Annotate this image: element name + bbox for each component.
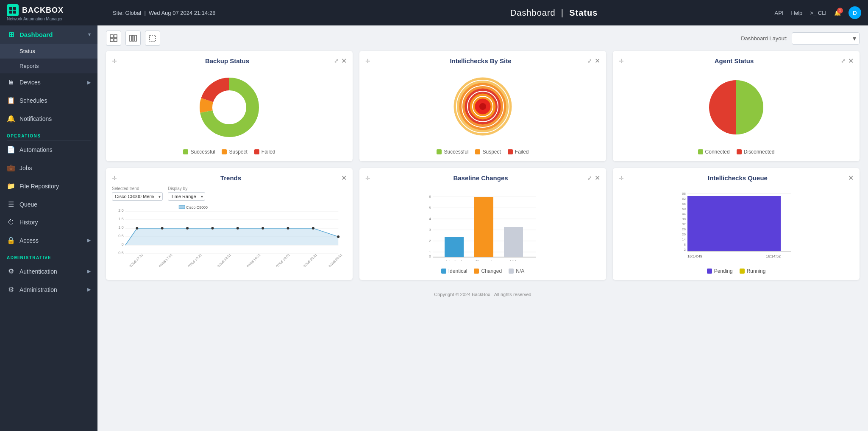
intellichecks-close-btn[interactable]: ✕: [595, 57, 600, 65]
sidebar-item-dashboard[interactable]: ⊞ Dashboard ▾: [0, 25, 97, 44]
backup-close-btn[interactable]: ✕: [341, 57, 347, 65]
baseline-title: Baseline Changes: [374, 174, 587, 182]
trends-drag-handle[interactable]: ✛: [112, 175, 117, 182]
layout-select[interactable]: [792, 32, 860, 45]
intellichecks-legend: Successful Suspect Failed: [365, 149, 600, 155]
logo-area: BACKBOX Network Automation Manager: [7, 4, 104, 21]
svg-text:62: 62: [682, 197, 686, 201]
administration-label: Administration: [19, 286, 57, 293]
sidebar-item-administration[interactable]: ⚙ Administration ▶: [0, 280, 97, 299]
help-link[interactable]: Help: [791, 10, 803, 16]
svg-text:38: 38: [682, 217, 686, 221]
widget-trends: ✛ Trends ✕ Selected trend Cisco C8000 Me…: [106, 168, 353, 280]
svg-rect-1: [13, 7, 16, 10]
sidebar-item-authentication[interactable]: ⚙ Authentication ▶: [0, 262, 97, 280]
layout-select-wrapper[interactable]: [792, 32, 860, 45]
access-arrow: ▶: [87, 238, 91, 243]
main-content: Dashboard Layout: ✛ Backup Status ⤢ ✕: [97, 25, 868, 431]
svg-rect-72: [474, 197, 493, 257]
agent-legend: Connected Disconnected: [619, 149, 854, 155]
api-link[interactable]: API: [775, 10, 784, 16]
sidebar-item-jobs[interactable]: 💼 Jobs: [0, 159, 97, 177]
svg-text:1.0: 1.0: [118, 225, 123, 229]
backup-drag-handle[interactable]: ✛: [112, 58, 117, 64]
svg-point-38: [136, 227, 138, 229]
administration-icon: ⚙: [7, 285, 15, 294]
dashboard-grid: ✛ Backup Status ⤢ ✕: [97, 51, 868, 288]
svg-text:Identical: Identical: [446, 260, 462, 260]
baseline-close-btn[interactable]: ✕: [595, 174, 600, 182]
baseline-drag-handle[interactable]: ✛: [365, 175, 370, 182]
sidebar-item-status[interactable]: Status: [0, 44, 97, 59]
notifications-bell[interactable]: 🔔 1: [834, 10, 841, 16]
trends-trend-select-wrapper[interactable]: Cisco C8000 Memor: [112, 192, 163, 201]
agent-pin-btn[interactable]: ⤢: [841, 58, 846, 64]
notifications-icon: 🔔: [7, 115, 15, 123]
site-label: Site: Global: [113, 10, 141, 16]
layout-grid-btn[interactable]: [106, 31, 121, 46]
page-title-text: Dashboard: [510, 8, 556, 17]
sidebar-item-devices[interactable]: 🖥 Devices ▶: [0, 73, 97, 91]
dashboard-toolbar: Dashboard Layout:: [97, 25, 868, 51]
svg-text:14: 14: [682, 238, 686, 241]
svg-text:26: 26: [682, 227, 686, 231]
intellichecks-pin-btn[interactable]: ⤢: [587, 58, 592, 64]
sidebar-item-history[interactable]: ⏱ History: [0, 213, 97, 231]
trends-controls: Selected trend Cisco C8000 Memor Display…: [112, 186, 347, 201]
widget-trends-header: ✛ Trends ✕: [112, 174, 347, 182]
svg-text:-0.5: -0.5: [117, 251, 123, 255]
svg-text:0: 0: [429, 254, 431, 258]
svg-text:4: 4: [429, 217, 431, 221]
sidebar-item-automations[interactable]: 📄 Automations: [0, 140, 97, 159]
backup-pin-btn[interactable]: ⤢: [334, 58, 339, 64]
sidebar-item-notifications[interactable]: 🔔 Notifications: [0, 109, 97, 128]
backup-actions: ⤢ ✕: [334, 57, 347, 65]
agent-chart: [619, 69, 854, 146]
sidebar-item-queue[interactable]: ☰ Queue: [0, 195, 97, 213]
file-repo-icon: 📁: [7, 182, 15, 190]
intellichecks-chart: [365, 69, 600, 146]
baseline-chart: 6 5 4 3 2 1 0: [365, 186, 600, 265]
queue-drag-handle[interactable]: ✛: [619, 175, 624, 182]
trends-display-select-wrapper[interactable]: Time Range: [168, 192, 205, 201]
trends-display-select[interactable]: Time Range: [168, 192, 205, 201]
baseline-pin-btn[interactable]: ⤢: [587, 175, 592, 181]
app-layout: ⊞ Dashboard ▾ Status Reports 🖥 Devices ▶…: [0, 25, 868, 431]
copyright-text: Copyright © 2024 BackBox - All rights re…: [434, 292, 531, 297]
layout-resize-btn[interactable]: [145, 31, 160, 46]
svg-rect-6: [110, 39, 113, 42]
authentication-arrow: ▶: [87, 269, 91, 274]
notifications-badge: 1: [837, 8, 843, 14]
intellichecks-drag-handle[interactable]: ✛: [365, 58, 370, 64]
dashboard-icon: ⊞: [7, 31, 15, 39]
widget-intellichecks-header: ✛ Intellichecks By Site ⤢ ✕: [365, 57, 600, 65]
sidebar-item-reports[interactable]: Reports: [0, 59, 97, 73]
automations-icon: 📄: [7, 146, 15, 154]
queue-close-btn[interactable]: ✕: [848, 174, 854, 182]
widget-intellichecks-site: ✛ Intellichecks By Site ⤢ ✕: [359, 51, 606, 161]
widget-baseline-header: ✛ Baseline Changes ⤢ ✕: [365, 174, 600, 182]
svg-text:44: 44: [682, 212, 686, 216]
user-avatar[interactable]: D: [849, 6, 861, 19]
layout-columns-btn[interactable]: [125, 31, 141, 46]
trends-actions: ✕: [341, 174, 347, 182]
backup-title: Backup Status: [120, 57, 334, 64]
svg-rect-8: [130, 35, 131, 41]
agent-drag-handle[interactable]: ✛: [619, 58, 624, 64]
baseline-legend: Identical Changed N/A: [365, 268, 600, 274]
svg-rect-5: [114, 35, 117, 38]
sidebar-item-access[interactable]: 🔒 Access ▶: [0, 231, 97, 249]
sidebar-item-file-repository[interactable]: 📁 File Repository: [0, 177, 97, 195]
trends-close-btn[interactable]: ✕: [341, 174, 347, 182]
widget-baseline-changes: ✛ Baseline Changes ⤢ ✕ 6 5 4 3 2: [359, 168, 606, 280]
agent-close-btn[interactable]: ✕: [848, 57, 854, 65]
page-subtitle-text: Status: [569, 8, 598, 17]
cli-link[interactable]: >_ CLI: [810, 10, 826, 16]
logo-subtitle: Network Automation Manager: [7, 17, 104, 21]
sidebar-item-schedules[interactable]: 📋 Schedules: [0, 91, 97, 109]
svg-rect-0: [9, 7, 12, 10]
svg-point-44: [287, 227, 289, 229]
svg-text:32: 32: [682, 222, 686, 226]
header-actions: API Help >_ CLI 🔔 1 D: [775, 6, 861, 19]
trends-trend-select[interactable]: Cisco C8000 Memor: [112, 192, 163, 201]
